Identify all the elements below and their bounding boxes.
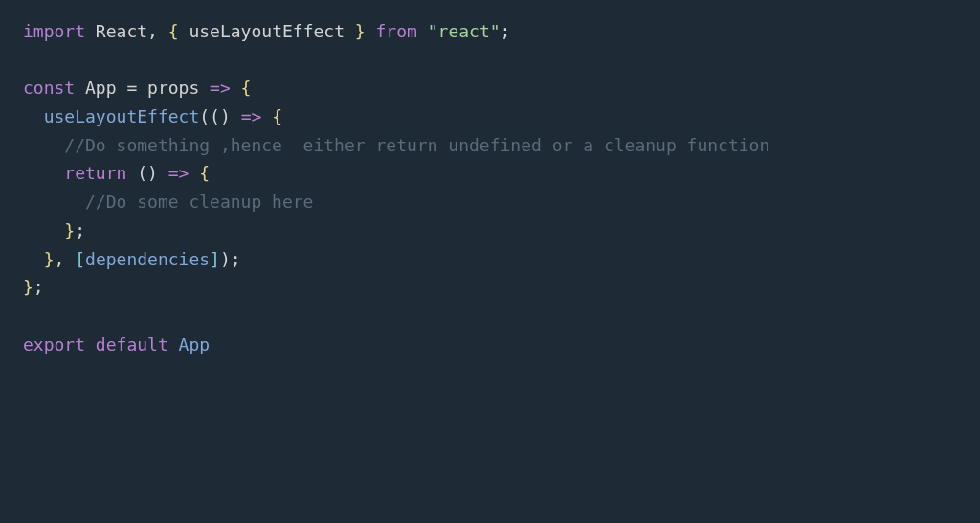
lbrace: { — [199, 163, 210, 183]
code-editor: import React, { useLayoutEffect } from "… — [0, 0, 980, 375]
semicolon: ; — [33, 277, 44, 297]
comma: , — [147, 21, 168, 41]
semicolon: ; — [75, 220, 85, 240]
lparen: (( — [199, 106, 220, 126]
ident-react: React — [85, 21, 147, 41]
lbrace: { — [241, 78, 252, 98]
rbrace: } — [23, 277, 33, 297]
indent — [23, 106, 44, 126]
lbrace: { — [272, 106, 282, 126]
keyword-export: export — [23, 334, 85, 354]
fn-useLayoutEffect: useLayoutEffect — [44, 106, 200, 126]
lparen: ( — [126, 163, 147, 183]
indent — [23, 249, 44, 269]
comment: //Do some cleanup here — [85, 192, 313, 212]
code-block: import React, { useLayoutEffect } from "… — [23, 17, 957, 358]
keyword-from: from — [366, 21, 428, 41]
ident-hook: useLayoutEffect — [189, 21, 345, 41]
string-module: react — [438, 21, 490, 41]
arrow: => — [168, 163, 200, 183]
indent — [23, 135, 64, 155]
lbracket: [ — [75, 249, 85, 269]
keyword-const: const — [23, 78, 75, 98]
semicolon: ; — [501, 21, 511, 41]
comma: , — [55, 249, 76, 269]
rbrace: } — [64, 220, 75, 240]
rparen: ) — [220, 106, 241, 126]
param-props: props — [147, 78, 199, 98]
ident-deps: dependencies — [85, 249, 210, 269]
arrow: => — [199, 78, 240, 98]
ident-app: App — [75, 78, 116, 98]
equals: = — [117, 78, 148, 98]
rparen: ) — [220, 249, 231, 269]
keyword-return: return — [64, 163, 126, 183]
indent — [23, 163, 64, 183]
indent — [23, 220, 64, 240]
rbrace: } — [44, 249, 55, 269]
rbracket: ] — [210, 249, 220, 269]
semicolon: ; — [231, 249, 241, 269]
arrow: => — [241, 106, 273, 126]
comment: //Do something ,hence either return unde… — [64, 135, 769, 155]
string-quote: " — [490, 21, 501, 41]
keyword-default: default — [85, 334, 168, 354]
ident-app: App — [168, 334, 210, 354]
rbrace: } — [345, 21, 366, 41]
lbrace: { — [168, 21, 189, 41]
indent — [23, 192, 85, 212]
string-quote: " — [428, 21, 438, 41]
keyword-import: import — [23, 21, 85, 41]
rparen: ) — [147, 163, 168, 183]
